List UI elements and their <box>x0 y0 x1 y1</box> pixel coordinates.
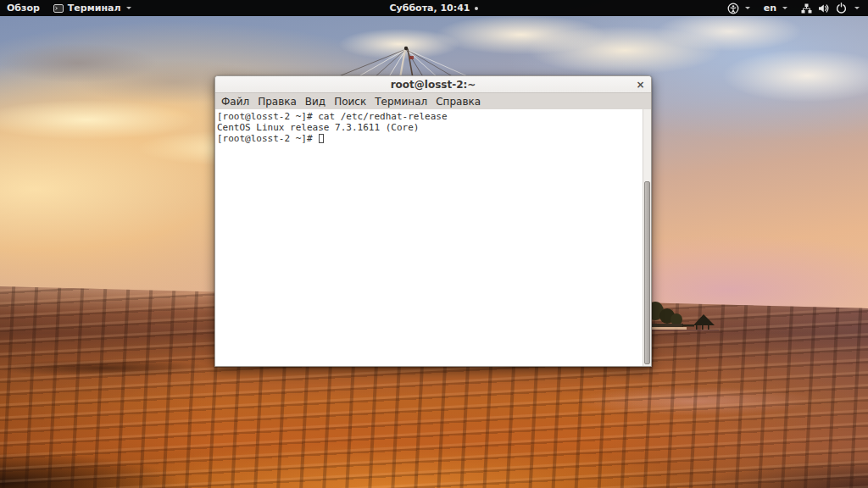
chevron-down-icon <box>745 7 750 9</box>
terminal-text: [root@losst-2 ~]# cat /etc/redhat-releas… <box>215 109 651 144</box>
terminal-content[interactable]: [root@losst-2 ~]# cat /etc/redhat-releas… <box>215 109 651 366</box>
panel-right: en <box>721 0 868 16</box>
menu-file[interactable]: Файл <box>217 95 253 108</box>
menu-search[interactable]: Поиск <box>330 95 370 108</box>
keyboard-layout-menu[interactable]: en <box>757 0 794 16</box>
menu-help[interactable]: Справка <box>431 95 485 108</box>
window-titlebar[interactable]: root@losst-2:~ × <box>215 76 651 93</box>
chevron-down-icon <box>782 7 787 9</box>
terminal-prompt-line: [root@losst-2 ~]# <box>217 133 641 144</box>
app-menu-terminal[interactable]: Терминал <box>47 0 139 16</box>
close-button[interactable]: × <box>634 78 647 91</box>
window-title: root@losst-2:~ <box>391 79 476 91</box>
menu-edit[interactable]: Правка <box>253 95 301 108</box>
activities-button[interactable]: Обзор <box>0 0 47 16</box>
scrollbar[interactable] <box>643 109 651 366</box>
menu-terminal[interactable]: Терминал <box>370 95 431 108</box>
accessibility-menu[interactable] <box>721 0 757 16</box>
accessibility-icon <box>727 3 739 14</box>
chevron-down-icon <box>854 7 860 9</box>
boat-mast <box>335 47 471 78</box>
volume-icon <box>818 3 830 14</box>
terminal-window: root@losst-2:~ × Файл Правка Вид Поиск Т… <box>214 75 652 367</box>
window-menubar: Файл Правка Вид Поиск Терминал Справка <box>215 93 651 109</box>
activities-label: Обзор <box>7 3 40 14</box>
scrollbar-thumb[interactable] <box>644 181 650 364</box>
power-icon <box>836 3 847 14</box>
desktop: Обзор Терминал Суббота, 10:41 <box>0 0 868 488</box>
panel-left: Обзор Терминал <box>0 0 138 16</box>
terminal-prompt: [root@losst-2 ~]# <box>217 133 318 144</box>
system-menu[interactable] <box>794 0 868 16</box>
app-menu-label: Терминал <box>68 3 121 14</box>
keyboard-layout-label: en <box>764 3 776 14</box>
chevron-down-icon <box>126 7 131 9</box>
terminal-cursor <box>319 134 324 143</box>
notification-dot-icon <box>475 7 478 10</box>
terminal-icon <box>53 3 64 14</box>
terminal-line: [root@losst-2 ~]# cat /etc/redhat-releas… <box>217 111 641 122</box>
terminal-line: CentOS Linux release 7.3.1611 (Core) <box>217 122 641 133</box>
top-panel: Обзор Терминал Суббота, 10:41 <box>0 0 868 16</box>
clock[interactable]: Суббота, 10:41 <box>390 3 470 14</box>
menu-view[interactable]: Вид <box>301 95 330 108</box>
network-wired-icon <box>801 3 812 14</box>
